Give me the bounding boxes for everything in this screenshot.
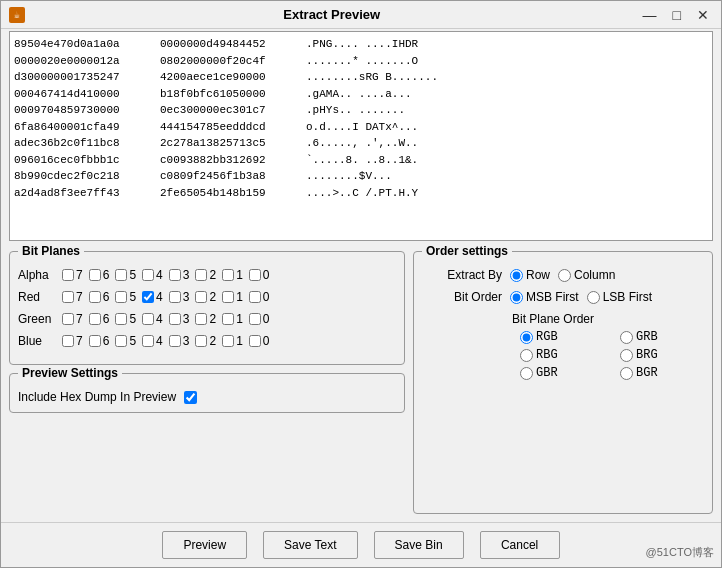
red-label: Red [18, 290, 58, 304]
red-1-checkbox[interactable] [222, 291, 234, 303]
alpha-label: Alpha [18, 268, 58, 282]
order-settings-title: Order settings [422, 244, 512, 258]
cancel-button[interactable]: Cancel [480, 531, 560, 559]
red-bit-3: 3 [169, 290, 190, 304]
title-bar: ☕ Extract Preview — □ ✕ [1, 1, 721, 29]
minimize-button[interactable]: — [639, 8, 661, 22]
green-row: Green 7 6 5 4 3 2 1 0 [18, 312, 396, 326]
blue-bit-5: 5 [115, 334, 136, 348]
red-7-checkbox[interactable] [62, 291, 74, 303]
preview-line: d3000000017352474200aece1ce90000........… [14, 69, 708, 86]
blue-6-checkbox[interactable] [89, 335, 101, 347]
alpha-5-checkbox[interactable] [115, 269, 127, 281]
green-5-checkbox[interactable] [115, 313, 127, 325]
msb-label: MSB First [526, 290, 579, 304]
title-bar-controls: — □ ✕ [639, 8, 713, 22]
extract-by-row: Extract By Row Column [422, 268, 704, 282]
blue-row: Blue 7 6 5 4 3 2 1 0 [18, 334, 396, 348]
blue-0-checkbox[interactable] [249, 335, 261, 347]
rgb-radio[interactable] [520, 331, 533, 344]
red-bit-2: 2 [195, 290, 216, 304]
alpha-bit-1: 1 [222, 268, 243, 282]
bgr-radio[interactable] [620, 367, 633, 380]
rgb-radio-item: RGB [520, 330, 604, 344]
green-bit-6: 6 [89, 312, 110, 326]
hex-dump-checkbox[interactable] [184, 391, 197, 404]
alpha-bit-5: 5 [115, 268, 136, 282]
column-label: Column [574, 268, 615, 282]
maximize-button[interactable]: □ [669, 8, 685, 22]
red-bit-6: 6 [89, 290, 110, 304]
red-2-checkbox[interactable] [195, 291, 207, 303]
window-title: Extract Preview [25, 3, 639, 26]
lsb-radio[interactable] [587, 291, 600, 304]
red-bit-7: 7 [62, 290, 83, 304]
alpha-bit-3: 3 [169, 268, 190, 282]
hex-dump-label: Include Hex Dump In Preview [18, 390, 176, 404]
green-bit-0: 0 [249, 312, 270, 326]
blue-bit-2: 2 [195, 334, 216, 348]
green-2-checkbox[interactable] [195, 313, 207, 325]
msb-radio[interactable] [510, 291, 523, 304]
alpha-4-checkbox[interactable] [142, 269, 154, 281]
alpha-3-checkbox[interactable] [169, 269, 181, 281]
red-4-checkbox[interactable] [142, 291, 154, 303]
green-3-checkbox[interactable] [169, 313, 181, 325]
rbg-radio[interactable] [520, 349, 533, 362]
blue-4-checkbox[interactable] [142, 335, 154, 347]
blue-bit-3: 3 [169, 334, 190, 348]
alpha-bit-6: 6 [89, 268, 110, 282]
brg-radio-item: BRG [620, 348, 704, 362]
bit-plane-order-section: Bit Plane Order RGB GRB RBG [512, 312, 704, 380]
footer: Preview Save Text Save Bin Cancel [1, 522, 721, 567]
save-bin-button[interactable]: Save Bin [374, 531, 464, 559]
brg-label: BRG [636, 348, 658, 362]
gbr-radio-item: GBR [520, 366, 604, 380]
red-bit-1: 1 [222, 290, 243, 304]
blue-bit-4: 4 [142, 334, 163, 348]
column-radio[interactable] [558, 269, 571, 282]
green-7-checkbox[interactable] [62, 313, 74, 325]
blue-bit-6: 6 [89, 334, 110, 348]
brg-radio[interactable] [620, 349, 633, 362]
blue-3-checkbox[interactable] [169, 335, 181, 347]
rbg-label: RBG [536, 348, 558, 362]
row-radio[interactable] [510, 269, 523, 282]
grb-label: GRB [636, 330, 658, 344]
green-1-checkbox[interactable] [222, 313, 234, 325]
alpha-0-checkbox[interactable] [249, 269, 261, 281]
preview-line: 000467414d410000b18f0bfc61050000.gAMA.. … [14, 86, 708, 103]
red-5-checkbox[interactable] [115, 291, 127, 303]
alpha-bit-7: 7 [62, 268, 83, 282]
alpha-1-checkbox[interactable] [222, 269, 234, 281]
close-button[interactable]: ✕ [693, 8, 713, 22]
blue-7-checkbox[interactable] [62, 335, 74, 347]
blue-5-checkbox[interactable] [115, 335, 127, 347]
green-bit-5: 5 [115, 312, 136, 326]
title-bar-left: ☕ [9, 7, 25, 23]
green-6-checkbox[interactable] [89, 313, 101, 325]
blue-1-checkbox[interactable] [222, 335, 234, 347]
red-6-checkbox[interactable] [89, 291, 101, 303]
alpha-6-checkbox[interactable] [89, 269, 101, 281]
green-0-checkbox[interactable] [249, 313, 261, 325]
red-3-checkbox[interactable] [169, 291, 181, 303]
blue-2-checkbox[interactable] [195, 335, 207, 347]
bit-order-row: Bit Order MSB First LSB First [422, 290, 704, 304]
gbr-radio[interactable] [520, 367, 533, 380]
preview-line: a2d4ad8f3ee7ff432fe65054b148b159....>..C… [14, 185, 708, 202]
order-settings-group: Order settings Extract By Row Column [413, 251, 713, 514]
alpha-7-checkbox[interactable] [62, 269, 74, 281]
rgb-label: RGB [536, 330, 558, 344]
red-0-checkbox[interactable] [249, 291, 261, 303]
red-bit-4: 4 [142, 290, 163, 304]
preview-area[interactable]: 89504e470d0a1a0a0000000d49484452.PNG....… [9, 31, 713, 241]
green-4-checkbox[interactable] [142, 313, 154, 325]
right-panel: Order settings Extract By Row Column [413, 251, 713, 514]
alpha-2-checkbox[interactable] [195, 269, 207, 281]
grb-radio[interactable] [620, 331, 633, 344]
preview-button[interactable]: Preview [162, 531, 247, 559]
bit-plane-order-title: Bit Plane Order [512, 312, 704, 326]
save-text-button[interactable]: Save Text [263, 531, 357, 559]
preview-line: 8b990cdec2f0c218c0809f2456f1b3a8........… [14, 168, 708, 185]
